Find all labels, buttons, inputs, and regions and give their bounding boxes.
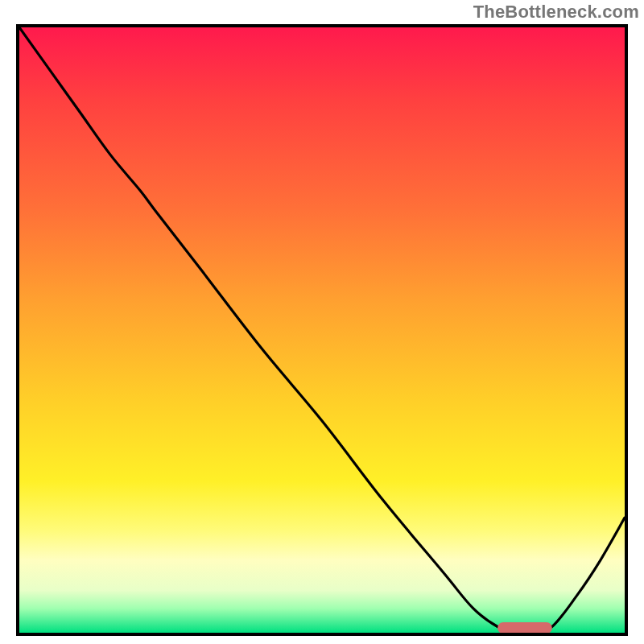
plot-area bbox=[16, 24, 628, 636]
optimal-marker bbox=[497, 622, 552, 633]
watermark-label: TheBottleneck.com bbox=[473, 2, 639, 23]
chart-root: TheBottleneck.com bbox=[0, 0, 644, 644]
bottleneck-curve bbox=[19, 27, 625, 633]
chart-svg bbox=[19, 27, 625, 633]
